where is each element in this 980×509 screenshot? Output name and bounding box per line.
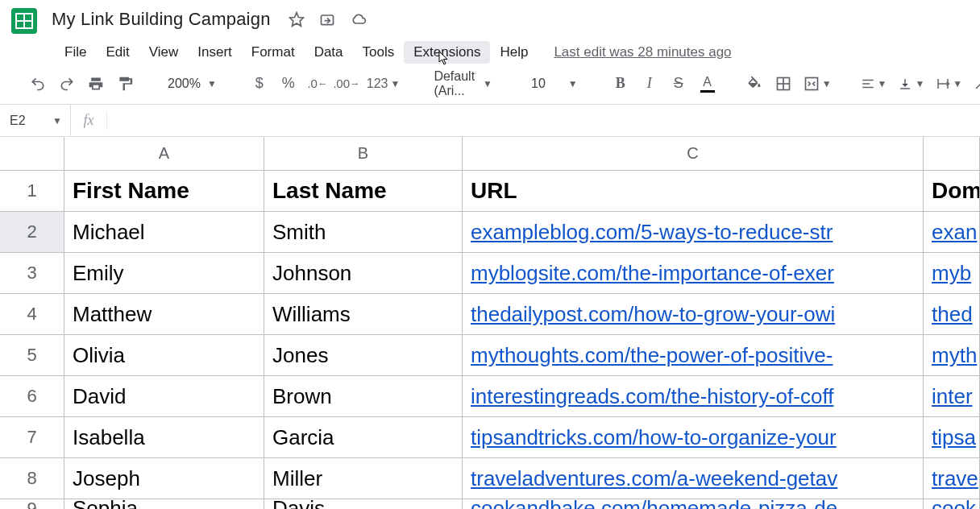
caret-icon: ▼ [878, 78, 887, 89]
cell[interactable]: Sophia [64, 499, 264, 509]
star-icon[interactable] [289, 11, 305, 27]
cell[interactable]: Last Name [264, 171, 463, 212]
col-header-c[interactable]: C [463, 137, 924, 171]
cell[interactable]: Garcia [264, 417, 463, 458]
cell[interactable]: Miller [264, 458, 463, 499]
cell[interactable]: URL [463, 171, 924, 212]
spreadsheet-grid[interactable]: A B C 1 First Name Last Name URL Dom 2 M… [0, 137, 980, 509]
cell-link[interactable]: thed [924, 294, 980, 335]
cell-link[interactable]: cookandbake.com/homemade-pizza-de [463, 499, 924, 509]
cell[interactable]: Brown [264, 376, 463, 417]
merge-cells-dropdown[interactable]: ▼ [804, 76, 832, 92]
borders-icon[interactable] [774, 73, 792, 94]
cell-link[interactable]: tipsandtricks.com/how-to-organize-your [463, 417, 924, 458]
paint-format-icon[interactable] [116, 73, 134, 94]
menu-data[interactable]: Data [305, 41, 353, 64]
last-edit-link[interactable]: Last edit was 28 minutes ago [554, 44, 731, 60]
cell[interactable]: Smith [264, 212, 463, 253]
cell[interactable]: Joseph [64, 458, 264, 499]
formula-input[interactable] [106, 111, 980, 130]
valign-dropdown[interactable]: ▼ [898, 77, 924, 91]
text-color-icon[interactable]: A [699, 73, 716, 94]
cloud-icon[interactable] [350, 11, 368, 27]
cell-link[interactable]: traveladventures.com/a-weekend-getav [463, 458, 924, 499]
percent-icon[interactable]: % [280, 73, 297, 94]
col-header-b[interactable]: B [264, 137, 463, 171]
cell[interactable]: Davis [264, 499, 463, 509]
font-dropdown[interactable]: Default (Ari...▼ [429, 69, 497, 98]
undo-icon[interactable] [29, 73, 47, 94]
svg-marker-4 [289, 13, 303, 27]
strikethrough-icon[interactable]: S [670, 73, 687, 94]
cell[interactable]: Matthew [64, 294, 264, 335]
caret-icon: ▼ [822, 78, 832, 89]
print-icon[interactable] [87, 73, 105, 94]
decrease-decimal-icon[interactable]: .0← [309, 73, 326, 94]
row-header[interactable]: 9 [0, 499, 64, 509]
cell-link[interactable]: exan [924, 212, 980, 253]
menu-file[interactable]: File [55, 41, 96, 64]
cell[interactable]: Olivia [64, 335, 264, 376]
cell-link[interactable]: myth [924, 335, 980, 376]
cell[interactable]: David [64, 376, 264, 417]
cell-link[interactable]: cook [924, 499, 980, 509]
row-header[interactable]: 8 [0, 458, 64, 499]
cell-link[interactable]: mythoughts.com/the-power-of-positive- [463, 335, 924, 376]
row-header[interactable]: 3 [0, 253, 64, 294]
zoom-value: 200% [168, 77, 201, 91]
col-header-a[interactable]: A [64, 137, 264, 171]
col-header-d[interactable] [924, 137, 980, 171]
sheets-logo-icon[interactable] [6, 3, 42, 39]
font-size-dropdown[interactable]: 10▼ [526, 77, 583, 91]
zoom-dropdown[interactable]: 200%▼ [163, 77, 222, 91]
cell-link[interactable]: interestingreads.com/the-history-of-coff [463, 376, 924, 417]
cell-link[interactable]: myb [924, 253, 980, 294]
bold-icon[interactable]: B [612, 73, 629, 94]
menu-insert[interactable]: Insert [188, 41, 242, 64]
row-header[interactable]: 1 [0, 171, 64, 212]
move-icon[interactable] [319, 11, 335, 27]
cell-link[interactable]: inter [924, 376, 980, 417]
row-header[interactable]: 5 [0, 335, 64, 376]
cell[interactable]: Jones [264, 335, 463, 376]
select-all-corner[interactable] [0, 137, 64, 171]
menu-help[interactable]: Help [490, 41, 538, 64]
caret-icon: ▼ [568, 78, 578, 89]
cell[interactable]: Michael [64, 212, 264, 253]
currency-icon[interactable]: $ [251, 73, 268, 94]
cell-link[interactable]: trave [924, 458, 980, 499]
cell[interactable]: Isabella [64, 417, 264, 458]
wrap-dropdown[interactable]: ▼ [936, 77, 962, 91]
menu-view[interactable]: View [139, 41, 189, 64]
document-title[interactable]: My Link Building Campaign [52, 9, 271, 30]
redo-icon[interactable] [58, 73, 76, 94]
cell-link[interactable]: thedailypost.com/how-to-grow-your-owi [463, 294, 924, 335]
cell[interactable]: Williams [264, 294, 463, 335]
italic-icon[interactable]: I [641, 73, 658, 94]
font-size-value: 10 [531, 77, 546, 91]
number-format-dropdown[interactable]: 123▼ [367, 77, 401, 91]
cell-link[interactable]: exampleblog.com/5-ways-to-reduce-str [463, 212, 924, 253]
row-header[interactable]: 7 [0, 417, 64, 458]
caret-icon: ▼ [391, 78, 401, 89]
number-format-label: 123 [367, 77, 388, 91]
menu-format[interactable]: Format [242, 41, 305, 64]
row-header[interactable]: 6 [0, 376, 64, 417]
name-box[interactable]: E2▼ [0, 105, 71, 136]
cell[interactable]: First Name [64, 171, 264, 212]
cell[interactable]: Johnson [264, 253, 463, 294]
menu-tools[interactable]: Tools [353, 41, 405, 64]
cell-link[interactable]: tipsa [924, 417, 980, 458]
halign-dropdown[interactable]: ▼ [861, 77, 887, 91]
row-header[interactable]: 2 [0, 212, 64, 253]
menu-extensions[interactable]: Extensions [404, 41, 490, 64]
cell[interactable]: Emily [64, 253, 264, 294]
cell-link[interactable]: myblogsite.com/the-importance-of-exer [463, 253, 924, 294]
cell[interactable]: Dom [924, 171, 980, 212]
increase-decimal-icon[interactable]: .00→ [338, 73, 355, 94]
menu-edit[interactable]: Edit [96, 41, 139, 64]
fill-color-icon[interactable] [745, 73, 763, 94]
rotate-dropdown[interactable]: ▼ [974, 77, 980, 91]
svg-rect-10 [805, 77, 817, 89]
row-header[interactable]: 4 [0, 294, 64, 335]
